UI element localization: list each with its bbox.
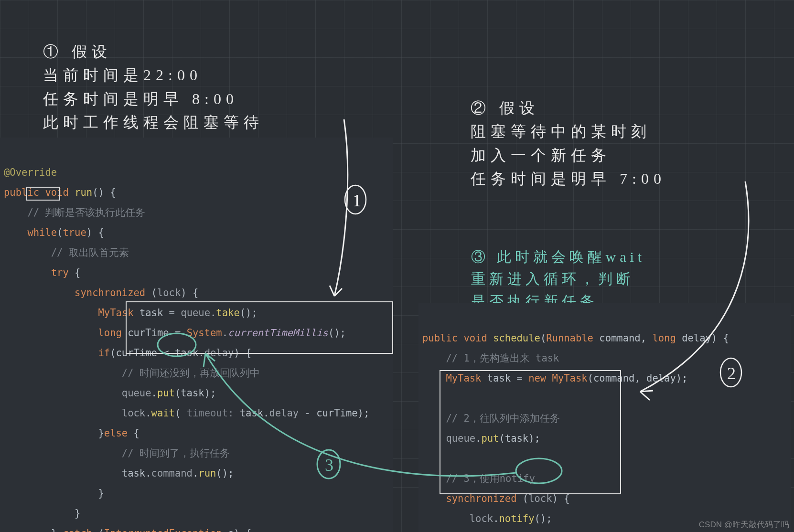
kw-sync2: synchronized [446,493,516,504]
annotation-override: @Override [4,167,57,178]
hint-timeout: timeout: [187,407,234,419]
kw-public2: public [422,332,458,344]
id-lock3: lock [528,493,552,504]
id-e: e [228,528,234,532]
handwritten-note-3: ③ 此时就会唤醒wait 重新进入循环，判断 是否执行新任务 [471,223,645,312]
fn-wait: wait [151,407,175,419]
code-block-schedule: public void schedule(Runnable command, l… [418,303,791,532]
id-delay: delay [682,332,711,344]
comment-3: // 时间还没到，再放回队列中 [122,367,260,379]
fn-schedule: schedule [493,332,540,344]
hw2-l2: 加入一个新任务 [471,147,611,164]
fld-delay: delay [204,347,234,359]
hw2-l3: 任务时间是明早 7:00 [471,170,666,187]
type-ie: InterruptedException [104,528,222,532]
type-runnable: Runnable [546,332,593,344]
fn-run2: run [198,468,216,479]
fn-notify: notify [499,513,534,524]
comment2-3: // 3，使用notify [446,473,535,484]
fn-put: put [157,387,175,399]
id-queue3: queue [446,433,475,444]
fn-put2: put [481,433,499,444]
handwritten-note-1: ① 假设 当前时间是22:00 任务时间是明早 8:00 此时工作线程会阻塞等待 [43,16,264,135]
kw-sync: synchronized [75,287,145,298]
id-queue: queue [181,307,210,319]
id-task3: task [505,433,528,444]
kw-public: public [4,187,39,198]
kw-if: if [98,347,110,359]
kw-else: else [104,427,128,439]
fn-take: take [216,307,239,319]
kw-try: try [51,267,69,278]
hw2-l1: 阻塞等待中的某时刻 [471,123,651,140]
hw1-l0: ① 假设 [43,43,112,60]
type-mytask: MyTask [98,307,133,319]
comment2-2: // 2，往队列中添加任务 [446,413,559,424]
type-mytask2: MyTask [446,372,481,384]
fn-run: run [75,187,92,198]
fld-command: command [151,468,193,479]
kw-new: new [528,372,546,384]
hw2-l0: ② 假设 [471,99,539,117]
comment-4: // 时间到了，执行任务 [122,447,230,459]
handwritten-note-2: ② 假设 阻塞等待中的某时刻 加入一个新任务 任务时间是明早 7:00 [471,73,666,191]
comment-1: // 判断是否该执行此任务 [27,207,145,218]
kw-catch: catch [63,528,92,532]
hw3-l0: ③ 此时就会唤醒wait [471,249,645,265]
comment2-1: // 1，先构造出来 task [446,352,559,364]
id-lock2: lock [122,407,145,419]
id-command: command [599,332,640,344]
code-block-run: @Override public void run() { // 判断是否该执行… [0,138,393,532]
fn-ctm: currentTimeMillis [228,327,328,339]
kw-void2: void [463,332,487,344]
comment-2: // 取出队首元素 [51,247,129,258]
hw3-l1: 重新进入循环，判断 [471,271,634,287]
hw1-l2: 任务时间是明早 8:00 [43,90,238,107]
id-lock: lock [157,287,181,298]
id-lock4: lock [470,513,493,524]
kw-long: long [98,327,121,339]
kw-long2: long [652,332,676,344]
type-mytask3: MyTask [552,372,588,384]
fld-delay2: delay [269,407,299,419]
id-task2: task [487,372,511,384]
kw-while: while [27,227,57,238]
type-system: System [187,327,222,339]
watermark: CSDN @昨天敲代码了吗 [699,519,789,530]
kw-void: void [45,187,68,198]
hw1-l3: 此时工作线程会阻塞等待 [43,114,264,131]
id-curtime: curTime [128,327,169,339]
id-queue2: queue [122,387,151,399]
kw-true: true [63,227,86,238]
hw1-l1: 当前时间是22:00 [43,66,202,84]
id-task: task [139,307,163,319]
